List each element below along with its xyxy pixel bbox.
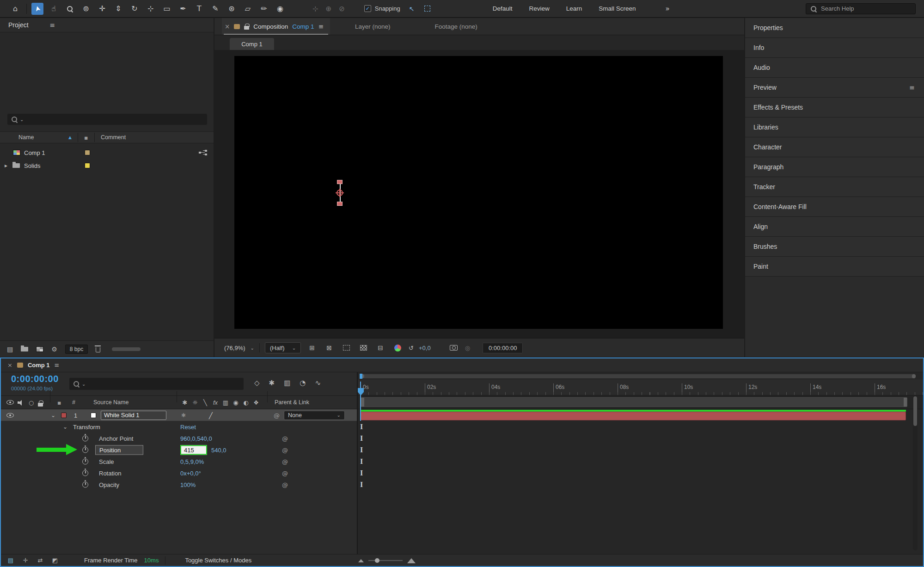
- tab-composition[interactable]: × Composition Comp 1 ≡: [222, 18, 330, 35]
- world-axis-icon[interactable]: ⊕: [326, 5, 332, 13]
- brush-tool-button[interactable]: ✎: [209, 3, 221, 15]
- workspace-review[interactable]: Review: [529, 5, 549, 12]
- adjustment-switch-icon[interactable]: ◐: [241, 399, 251, 406]
- new-folder-icon[interactable]: [21, 347, 28, 351]
- property-pick-whip-icon[interactable]: @: [282, 458, 288, 465]
- selection-handle-bottom[interactable]: [337, 202, 343, 206]
- pen-tool-button[interactable]: ✒: [177, 3, 189, 15]
- anchor-point-handle[interactable]: [337, 190, 343, 196]
- panel-align[interactable]: Align: [745, 217, 924, 237]
- transform-group-row[interactable]: ⌄ Transform Reset: [1, 421, 357, 432]
- zoom-slider-thumb[interactable]: [375, 558, 379, 563]
- panel-effects-presets[interactable]: Effects & Presets: [745, 98, 924, 117]
- position-x-edit-field[interactable]: 415: [180, 445, 207, 455]
- magnification-dropdown[interactable]: (76,9%): [224, 345, 245, 351]
- label-column-icon[interactable]: ▪: [84, 134, 88, 141]
- label-column-icon[interactable]: ▪: [57, 399, 61, 406]
- zoom-in-icon[interactable]: [407, 558, 416, 563]
- horizontal-scrollbar[interactable]: [112, 347, 141, 351]
- panel-character[interactable]: Character: [745, 137, 924, 157]
- toggle-stretch-column-icon[interactable]: ◩: [51, 557, 59, 564]
- close-icon[interactable]: ×: [225, 23, 230, 30]
- threed-switch-icon[interactable]: ❖: [251, 399, 261, 406]
- twirl-closed-icon[interactable]: ▸: [5, 162, 7, 169]
- twirl-open-icon[interactable]: ⌄: [63, 424, 67, 430]
- workspace-default[interactable]: Default: [493, 5, 513, 12]
- preview-time-display[interactable]: 0:00:00:00: [483, 343, 523, 353]
- lock-column-icon[interactable]: [38, 403, 43, 407]
- opacity-value[interactable]: 100%: [180, 481, 196, 488]
- scale-value[interactable]: 0,5,9,0%: [180, 458, 204, 465]
- parent-pick-whip-icon[interactable]: @: [274, 412, 280, 419]
- take-snapshot-icon[interactable]: [448, 345, 460, 351]
- panel-properties[interactable]: Properties: [745, 18, 924, 38]
- panel-libraries[interactable]: Libraries: [745, 117, 924, 137]
- vertical-scrollbar[interactable]: [913, 395, 918, 550]
- view-axis-icon[interactable]: ⊘: [339, 5, 345, 13]
- panel-brushes[interactable]: Brushes: [745, 237, 924, 257]
- label-color-chip[interactable]: [85, 150, 90, 155]
- region-of-interest-icon[interactable]: [340, 345, 352, 351]
- zoom-slider[interactable]: [368, 560, 403, 561]
- property-row-rotation[interactable]: Rotation 0x+0,0° @: [1, 467, 357, 479]
- project-settings-icon[interactable]: ⚙: [51, 345, 57, 353]
- parent-link-column[interactable]: Parent & Link: [275, 399, 309, 406]
- project-search-input[interactable]: ⌄: [7, 114, 207, 125]
- anchor-point-value[interactable]: 960,0,540,0: [180, 435, 212, 442]
- draft-3d-icon[interactable]: ◇: [254, 379, 260, 387]
- stopwatch-icon[interactable]: [82, 481, 88, 487]
- selection-tool-button[interactable]: ➤: [31, 3, 43, 15]
- pixel-aspect-icon[interactable]: ⊟: [374, 344, 386, 351]
- layer-number-column[interactable]: #: [72, 399, 75, 406]
- workspace-overflow-button[interactable]: »: [666, 5, 670, 13]
- panel-menu-icon[interactable]: ≡: [909, 84, 915, 91]
- show-snapshot-icon[interactable]: ◎: [465, 345, 470, 351]
- composition-viewport[interactable]: [214, 50, 744, 338]
- parent-dropdown[interactable]: None ⌄: [284, 411, 345, 420]
- project-item-comp1[interactable]: Comp 1: [0, 146, 214, 159]
- roto-brush-tool-button[interactable]: ✏: [258, 3, 270, 15]
- quality-switch-icon[interactable]: ╲: [201, 399, 210, 406]
- source-name-column[interactable]: Source Name: [93, 399, 129, 406]
- project-item-solids[interactable]: ▸ Solids: [0, 159, 214, 172]
- hand-tool-button[interactable]: ☝: [48, 3, 60, 15]
- pan-behind-tool-button[interactable]: ⊹: [145, 3, 157, 15]
- current-time-indicator-line[interactable]: [360, 382, 361, 421]
- navigator-cti-marker[interactable]: [360, 374, 362, 379]
- stopwatch-icon[interactable]: [82, 470, 88, 476]
- resolution-dropdown[interactable]: (Half) ⌄: [265, 342, 301, 353]
- graph-editor-icon[interactable]: ∿: [315, 379, 321, 387]
- stopwatch-icon[interactable]: [82, 458, 88, 464]
- property-pick-whip-icon[interactable]: @: [282, 446, 288, 453]
- composition-canvas[interactable]: [234, 56, 723, 329]
- panel-content-aware-fill[interactable]: Content-Aware Fill: [745, 197, 924, 217]
- panel-menu-icon[interactable]: ≡: [318, 23, 324, 30]
- layer-name-field[interactable]: White Solid 1: [101, 411, 166, 420]
- zoom-out-icon[interactable]: [358, 559, 364, 562]
- new-composition-icon[interactable]: [36, 346, 43, 352]
- current-time-display[interactable]: 0:00:00:00: [11, 374, 59, 384]
- scrollbar-thumb[interactable]: [913, 396, 917, 426]
- column-comment[interactable]: Comment: [101, 134, 126, 141]
- project-panel-menu-icon[interactable]: ≡: [50, 21, 55, 29]
- selection-handle-top[interactable]: [337, 180, 343, 184]
- mask-visibility-icon[interactable]: ⊠: [323, 344, 335, 351]
- sort-ascending-icon[interactable]: ▲: [68, 135, 72, 140]
- snapping-checkbox[interactable]: ✓: [364, 5, 371, 12]
- rectangle-tool-button[interactable]: ▭: [161, 3, 173, 15]
- layer-quality-toggle[interactable]: ╱: [209, 412, 213, 419]
- dolly-camera-tool-button[interactable]: ⇕: [112, 3, 124, 15]
- color-depth-button[interactable]: 8 bpc: [65, 345, 88, 354]
- close-icon[interactable]: ×: [7, 362, 12, 369]
- toggle-transfer-controls-icon[interactable]: ✛: [21, 557, 30, 564]
- snap-cursor-icon[interactable]: ↖: [407, 4, 417, 14]
- zoom-tool-button[interactable]: [64, 3, 76, 15]
- frame-blend-switch-icon[interactable]: ▥: [221, 399, 230, 406]
- panel-paragraph[interactable]: Paragraph: [745, 157, 924, 177]
- rotation-value[interactable]: 0x+0,0°: [180, 469, 201, 476]
- clone-stamp-tool-button[interactable]: ⊛: [226, 3, 238, 15]
- position-y-value[interactable]: 540,0: [211, 446, 226, 453]
- safe-areas-icon[interactable]: ⊞: [306, 344, 318, 351]
- shy-switch-icon[interactable]: ✱: [180, 399, 190, 406]
- collapse-switch-icon[interactable]: ☼: [190, 399, 200, 406]
